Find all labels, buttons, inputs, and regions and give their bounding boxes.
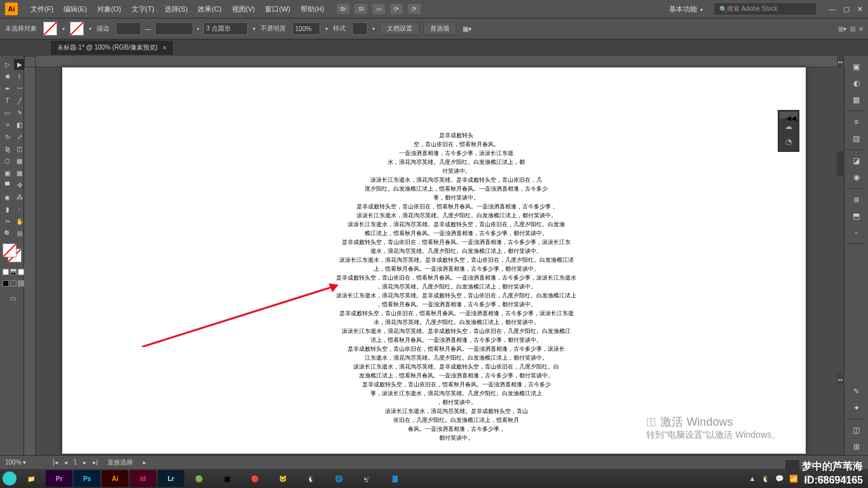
align-icon[interactable]: ⊞▾ [838, 25, 846, 32]
taskbar-app2[interactable]: ▦ [214, 470, 240, 487]
align-panel-icon[interactable]: ⊞ [844, 438, 868, 455]
fill-stroke-swatch[interactable] [3, 243, 22, 262]
document-setup-button[interactable]: 文档设置 [380, 22, 419, 35]
symbols-panel-icon[interactable]: ✦ [844, 400, 868, 416]
draw-normal-icon[interactable] [3, 280, 9, 287]
taskbar-notepad[interactable]: 📘 [381, 470, 408, 487]
taskbar-browser[interactable] [3, 471, 17, 485]
opacity-input[interactable] [292, 22, 320, 35]
stroke-weight-input[interactable] [116, 22, 141, 35]
preferences-button[interactable]: 首选项 [423, 22, 456, 35]
screen-mode-icon[interactable]: ▭ [2, 290, 24, 306]
dock-collapse-icon[interactable]: ▸▸ [837, 56, 844, 67]
magic-wand-tool[interactable]: ✺ [2, 71, 13, 82]
shaper-tool[interactable]: ✧ [2, 119, 13, 130]
fill-swatch[interactable] [43, 22, 57, 36]
hand-tool[interactable]: ✋ [14, 216, 25, 227]
none-mode-icon[interactable] [18, 269, 24, 275]
color-panel-icon[interactable]: ◐ [844, 75, 868, 92]
appearance-panel-icon[interactable]: ◉ [844, 169, 868, 186]
width-tool[interactable]: ⧎ [2, 144, 13, 154]
tray-up-icon[interactable]: ▲ [749, 475, 756, 482]
color-mode-icon[interactable] [3, 269, 9, 275]
workspace-switcher[interactable]: 基本功能 ▾ [664, 4, 709, 14]
gradient-panel-icon[interactable]: ▤ [844, 130, 868, 147]
panel-icon[interactable]: ◔ [780, 135, 797, 149]
menu-view[interactable]: 视图(V) [227, 4, 261, 14]
sync-icon[interactable]: ⟳ [390, 4, 403, 14]
close-icon[interactable]: ✕ [857, 5, 863, 13]
taskbar-app5[interactable]: 🦅 [353, 470, 380, 487]
area-text-object[interactable]: 是非成败转头空，青山依旧在，惯看秋月春风。一壶浊酒喜相逢，古今多少事，滚滚长江东… [278, 131, 634, 442]
stroke-swatch[interactable] [70, 22, 84, 36]
rotate-tool[interactable]: ↻ [2, 132, 13, 142]
transform-icon[interactable]: ▦▾ [463, 25, 471, 32]
asset-export-panel-icon[interactable]: ⬒ [844, 208, 868, 224]
symbol-sprayer-tool[interactable]: ⁂ [14, 192, 25, 203]
curvature-tool[interactable]: 〰 [14, 83, 25, 94]
artboard[interactable]: 是非成败转头空，青山依旧在，惯看秋月春风。一壶浊酒喜相逢，古今多少事，滚滚长江东… [62, 67, 806, 454]
tab-close-icon[interactable]: × [163, 44, 166, 51]
taskbar-illustrator[interactable]: Ai [102, 470, 128, 487]
artboards-panel-icon[interactable]: ▫ [844, 224, 868, 241]
lasso-tool[interactable]: ⌇ [14, 71, 25, 82]
artboard-number[interactable]: 1 [72, 459, 79, 466]
menu-window[interactable]: 窗口(W) [260, 4, 295, 14]
draw-behind-icon[interactable] [10, 280, 17, 287]
artboard-nav[interactable]: |◂ ◂ 1 ▸ ▸| [51, 459, 100, 466]
layers-panel-icon[interactable]: ≣ [844, 191, 868, 208]
horizontal-ruler[interactable] [36, 56, 844, 67]
dock-collapse2-icon[interactable]: ▸▸ [837, 374, 844, 385]
draw-inside-icon[interactable] [18, 280, 24, 287]
eyedropper-tool[interactable]: ✜ [14, 180, 25, 191]
minimize-icon[interactable]: — [829, 5, 836, 13]
properties-panel-icon[interactable]: ▣ [844, 58, 868, 75]
direct-selection-tool[interactable]: ▶ [14, 59, 25, 70]
first-artboard-icon[interactable]: |◂ [51, 459, 60, 466]
stock-icon[interactable]: St [355, 4, 367, 14]
taskbar-app4[interactable]: 🐱 [269, 470, 296, 487]
print-tiling-tool[interactable]: ⊞ [14, 228, 25, 239]
selection-tool[interactable]: ▷ [2, 59, 13, 70]
canvas-area[interactable]: 是非成败转头空，青山依旧在，惯看秋月春风。一壶浊酒喜相逢，古今多少事，滚滚长江东… [24, 56, 844, 455]
gradient-mode-icon[interactable] [10, 269, 17, 275]
isolate-icon[interactable]: ⊟ [850, 25, 855, 32]
taskbar-explorer[interactable]: 📁 [18, 470, 44, 487]
last-artboard-icon[interactable]: ▸| [91, 459, 100, 466]
panel-collapse-icon[interactable]: ◂◂ [780, 112, 797, 118]
rectangle-tool[interactable]: ▭ [2, 107, 13, 118]
floating-panel[interactable]: ◂◂ ☁ ◔ [778, 110, 799, 152]
menu-select[interactable]: 选择(S) [159, 4, 193, 14]
graphic-styles-panel-icon[interactable]: ◫ [844, 422, 868, 438]
eraser-tool[interactable]: ◧ [14, 119, 25, 130]
taskbar-premiere[interactable]: Pr [46, 470, 72, 487]
blend-tool[interactable]: ◉ [2, 192, 13, 203]
brush-input[interactable] [203, 22, 248, 35]
free-transform-tool[interactable]: ◫ [14, 144, 25, 154]
scale-tool[interactable]: ⤢ [14, 132, 25, 142]
taskbar-app3[interactable]: 🔴 [241, 470, 268, 487]
mesh-tool[interactable]: ▦ [14, 168, 25, 179]
menu-file[interactable]: 文件(F) [25, 4, 58, 14]
slice-tool[interactable]: ✂ [2, 216, 13, 227]
gradient-tool[interactable]: ▀ [2, 180, 13, 191]
maximize-icon[interactable]: ▢ [843, 5, 850, 13]
dock-pill[interactable] [837, 151, 844, 177]
menu-object[interactable]: 对象(O) [92, 4, 126, 14]
menu-help[interactable]: 帮助(H) [295, 4, 329, 14]
bridge-icon[interactable]: Br [337, 4, 349, 14]
menu-effect[interactable]: 效果(C) [193, 4, 226, 14]
taskbar-app1[interactable]: 🟢 [186, 470, 212, 487]
zoom-level-input[interactable]: 100% ▾ [5, 459, 43, 466]
style-swatch[interactable] [352, 22, 367, 35]
shape-builder-tool[interactable]: ⬡ [2, 156, 13, 166]
transparency-panel-icon[interactable]: ◪ [844, 152, 868, 169]
vertical-ruler[interactable] [24, 67, 36, 455]
taskbar-indesign[interactable]: Id [130, 470, 156, 487]
panel-menu-icon[interactable]: ≡ [859, 25, 863, 32]
paintbrush-tool[interactable]: ✎ [14, 107, 25, 118]
taskbar-chrome[interactable]: 🌐 [325, 470, 352, 487]
taskbar-photoshop[interactable]: Ps [74, 470, 100, 487]
prev-artboard-icon[interactable]: ◂ [62, 459, 69, 466]
type-tool[interactable]: T [2, 95, 13, 106]
